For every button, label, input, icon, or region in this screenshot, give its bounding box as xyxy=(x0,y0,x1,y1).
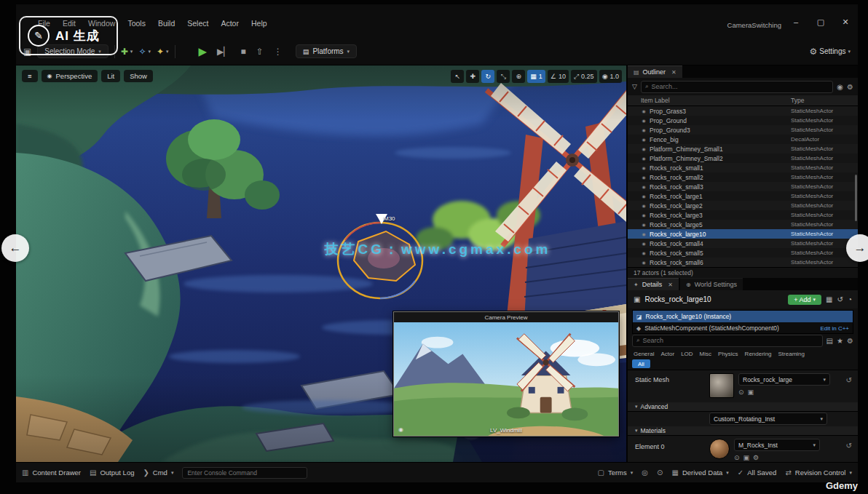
browse-to-asset-icon[interactable]: ⊙ xyxy=(738,389,744,396)
visibility-eye-icon[interactable]: ◉ xyxy=(638,194,650,199)
show-flags-dropdown[interactable]: Show xyxy=(124,70,153,82)
menu-item[interactable]: Select xyxy=(187,19,208,28)
grid-snap-button[interactable]: ▦ 1 xyxy=(527,70,545,83)
eye-icon[interactable]: ◉ xyxy=(837,83,843,91)
column-type[interactable]: Type xyxy=(791,97,858,104)
tab-outliner[interactable]: ▤ Outliner ✕ xyxy=(628,65,682,78)
viewport-options-button[interactable]: ≡ xyxy=(22,70,38,82)
outliner-search-input[interactable] xyxy=(651,83,829,90)
close-icon[interactable]: ✕ xyxy=(668,282,673,288)
table-row[interactable]: ◉ Prop_Grass3 StaticMeshActor xyxy=(628,106,858,116)
frame-skip-button[interactable]: ▶▏ xyxy=(217,47,230,57)
play-options-kebab-icon[interactable]: ⋮ xyxy=(274,47,283,57)
visibility-eye-icon[interactable]: ◉ xyxy=(638,241,650,246)
section-advanced[interactable]: ▾ Advanced xyxy=(628,402,858,412)
world-space-button[interactable]: ⊕ xyxy=(512,70,525,83)
visibility-eye-icon[interactable]: ◉ xyxy=(638,175,650,180)
platforms-dropdown[interactable]: ▤ Platforms ▾ xyxy=(296,44,357,58)
table-row[interactable]: ◉ Rocks_rock_large2 StaticMeshActor xyxy=(628,201,858,210)
eject-button[interactable]: ⇧ xyxy=(256,47,264,57)
visibility-eye-icon[interactable]: ◉ xyxy=(638,165,650,170)
close-icon[interactable]: ✕ xyxy=(671,69,676,76)
play-button[interactable]: ▶ xyxy=(199,45,208,58)
details-search-input[interactable] xyxy=(642,337,818,344)
tab-details[interactable]: ✦ Details ✕ xyxy=(628,278,679,290)
visibility-eye-icon[interactable]: ◉ xyxy=(638,127,650,132)
table-row[interactable]: ◉ Rocks_rock_small5 StaticMeshActor xyxy=(628,248,858,258)
component-row-root[interactable]: ◪ Rocks_rock_large10 (Instance) xyxy=(633,311,853,322)
scale-snap-button[interactable]: ⤢ 0.25 xyxy=(571,70,597,83)
console-command-input[interactable] xyxy=(182,467,307,479)
tab-world-settings[interactable]: ⊕ World Settings xyxy=(680,278,743,290)
previous-arrow-button[interactable]: ← xyxy=(1,234,29,262)
display-filter-icon[interactable]: ▤ xyxy=(826,337,833,345)
gear-icon[interactable]: ⚙ xyxy=(847,83,853,91)
static-mesh-thumbnail[interactable] xyxy=(709,373,734,398)
gear-icon[interactable]: ⚙ xyxy=(847,337,853,345)
visibility-eye-icon[interactable]: ◉ xyxy=(638,222,650,227)
table-row[interactable]: ◉ Rocks_rock_large1 StaticMeshActor xyxy=(628,191,858,201)
menu-item[interactable]: Help xyxy=(251,19,267,28)
visibility-eye-icon[interactable]: ◉ xyxy=(638,146,650,151)
advanced-combo[interactable]: Custom_Rotating_Inst ▾ xyxy=(709,413,827,425)
menu-item[interactable]: Actor xyxy=(221,19,239,28)
column-item-label[interactable]: Item Label xyxy=(628,97,791,104)
blueprints-button[interactable]: ✧ ▾ xyxy=(138,47,151,57)
view-mode-dropdown[interactable]: Lit xyxy=(101,70,120,82)
add-content-button[interactable]: ✚ ▾ xyxy=(121,47,133,57)
table-row[interactable]: ◉ Platform_Chimney_Small2 StaticMeshActo… xyxy=(628,154,858,163)
perspective-dropdown[interactable]: ◉ Perspective xyxy=(42,70,98,82)
derived-data-dropdown[interactable]: ▦ Derived Data ▾ xyxy=(671,469,728,477)
table-row[interactable]: ◉ Platform_Chimney_Small1 StaticMeshActo… xyxy=(628,144,858,154)
add-component-button[interactable]: + Add ▾ xyxy=(788,295,821,305)
visibility-eye-icon[interactable]: ◉ xyxy=(638,203,650,208)
select-tool-button[interactable]: ↖ xyxy=(451,70,464,83)
filter-tab[interactable]: Physics xyxy=(718,351,738,357)
lock-icon[interactable]: ◔ xyxy=(848,295,852,303)
section-materials[interactable]: ▾ Materials xyxy=(628,426,858,436)
menu-item[interactable]: Tools xyxy=(127,19,146,28)
reset-icon[interactable]: ↺ xyxy=(837,295,843,303)
menu-item[interactable]: Build xyxy=(158,19,175,28)
next-arrow-button[interactable]: → xyxy=(846,234,868,262)
material-combo[interactable]: M_Rocks_Inst ▾ xyxy=(734,439,820,451)
visibility-eye-icon[interactable]: ◉ xyxy=(638,118,650,123)
audio-icon[interactable]: ⊙ xyxy=(657,469,663,477)
camera-speed-button[interactable]: ◉ 1.0 xyxy=(599,70,622,83)
cmd-dropdown[interactable]: ❯ Cmd ▾ xyxy=(143,469,173,477)
use-selected-asset-icon[interactable]: ▣ xyxy=(743,454,750,461)
filter-tab[interactable]: General xyxy=(634,351,654,357)
rotate-tool-button[interactable]: ↻ xyxy=(481,70,494,83)
material-options-icon[interactable]: ⚙ xyxy=(753,454,759,461)
use-selected-asset-icon[interactable]: ▣ xyxy=(748,389,754,396)
scrollbar[interactable] xyxy=(855,175,857,221)
camera-preview-panel[interactable]: Camera Preview xyxy=(393,311,619,437)
visibility-eye-icon[interactable]: ◉ xyxy=(638,260,650,265)
favorites-star-icon[interactable]: ★ xyxy=(837,337,843,345)
terms-dropdown[interactable]: ▢ Terms ▾ xyxy=(597,469,633,477)
filter-tab-all[interactable]: All xyxy=(632,359,650,368)
visibility-eye-icon[interactable]: ◉ xyxy=(638,108,650,113)
filter-icon[interactable]: ▽ xyxy=(632,83,637,90)
all-saved-indicator[interactable]: ✓ All Saved xyxy=(738,469,777,477)
table-row[interactable]: ◉ Prop_Ground StaticMeshActor xyxy=(628,116,858,125)
stop-button[interactable]: ■ xyxy=(241,47,246,57)
maximize-button[interactable]: ▢ xyxy=(808,17,833,27)
browse-to-asset-icon[interactable]: ⊙ xyxy=(734,454,740,461)
filter-tab[interactable]: Rendering xyxy=(745,351,772,357)
close-button[interactable]: ✕ xyxy=(833,17,858,27)
revision-control-dropdown[interactable]: ⇄ Revision Control ▾ xyxy=(785,469,852,477)
visibility-eye-icon[interactable]: ◉ xyxy=(638,231,650,236)
level-viewport[interactable]: M30 ≡ ◉ Perspective Lit Show ↖ xyxy=(16,65,626,462)
table-row[interactable]: ◉ Rocks_rock_small4 StaticMeshActor xyxy=(628,239,858,248)
filter-tab[interactable]: Streaming xyxy=(778,351,805,357)
table-row[interactable]: ◉ Fence_big DecalActor xyxy=(628,135,858,144)
scale-tool-button[interactable]: ⤡ xyxy=(497,70,510,83)
settings-dropdown[interactable]: ⚙ Settings ▾ xyxy=(810,47,851,57)
table-row[interactable]: ◉ Rocks_rock_large10 StaticMeshActor xyxy=(628,229,858,239)
table-row[interactable]: ◉ Rocks_rock_large3 StaticMeshActor xyxy=(628,210,858,220)
edit-in-cpp-link[interactable]: Edit in C++ xyxy=(820,325,849,332)
filter-tab[interactable]: Misc xyxy=(700,351,711,357)
rotation-snap-button[interactable]: ∠ 10 xyxy=(548,70,569,83)
visibility-eye-icon[interactable]: ◉ xyxy=(638,250,650,255)
